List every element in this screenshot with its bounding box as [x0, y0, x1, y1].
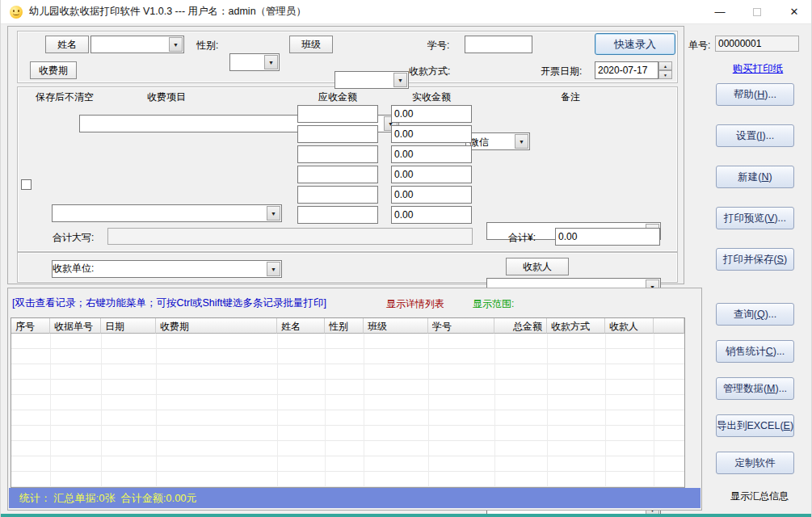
pay-method-combobox-value: 微信	[469, 136, 513, 149]
unit-label: 收款单位:	[53, 262, 94, 275]
student-no-label: 学号:	[427, 39, 449, 53]
name-button[interactable]: 姓名	[45, 36, 89, 53]
show-summary-label: 显示汇总信息	[730, 490, 789, 503]
received-amount-input[interactable]	[391, 166, 472, 183]
print-save-button[interactable]: 打印并保存(S)	[716, 248, 794, 271]
chevron-down-icon[interactable]: ▼	[393, 73, 407, 87]
class-combobox[interactable]: ▼	[334, 71, 409, 89]
receipt-no-label: 单号:	[688, 39, 710, 53]
col-name[interactable]: 姓名	[277, 318, 325, 334]
gender-combobox[interactable]: ▼	[229, 53, 280, 71]
due-amount-input[interactable]	[297, 166, 378, 183]
minimize-button[interactable]: —	[701, 0, 738, 24]
pay-method-label: 收款方式:	[409, 65, 450, 78]
records-hint: [双击查看记录；右键功能菜单；可按Ctrl或Shift键选多条记录批量打印]	[12, 296, 326, 310]
total-input[interactable]	[555, 228, 660, 246]
chevron-down-icon[interactable]: ▼	[267, 206, 280, 221]
due-amount-input[interactable]	[297, 125, 378, 143]
chevron-down-icon[interactable]: ▼	[515, 134, 528, 149]
help-button[interactable]: 帮助(H)...	[716, 83, 794, 106]
col-total[interactable]: 总金额	[494, 318, 547, 334]
records-table-header: 序号 收据单号 日期 收费期 姓名 性别 班级 学号 总金额 收款方式 收款人	[11, 318, 684, 334]
buy-paper-link[interactable]: 购买打印纸	[716, 62, 800, 76]
keep-after-save-label: 保存后不清空	[36, 90, 94, 104]
new-button[interactable]: 新建(N)	[716, 166, 794, 188]
custom-software-button[interactable]: 定制软件	[716, 452, 794, 474]
title-bar: 幼儿园收款收据打印软件 V1.0.3 --- 用户名：admin（管理员） — …	[1, 0, 812, 24]
col-payee[interactable]: 收款人	[605, 318, 654, 334]
received-amount-input[interactable]	[391, 105, 472, 123]
export-excel-button[interactable]: 导出到EXCEL(E)	[716, 414, 794, 437]
invoice-date-input[interactable]	[595, 61, 658, 79]
col-seq[interactable]: 序号	[11, 318, 50, 334]
payee-button[interactable]: 收款人	[506, 258, 569, 275]
gender-label: 性别:	[196, 39, 218, 53]
col-receipt-no[interactable]: 收据单号	[50, 318, 101, 334]
col-fee-period[interactable]: 收费期	[156, 318, 277, 334]
received-amount-input[interactable]	[391, 206, 472, 224]
chevron-down-icon[interactable]: ▼	[267, 262, 280, 276]
print-preview-button[interactable]: 打印预览(V)...	[716, 207, 794, 229]
show-detail-label: 显示详情列表	[386, 297, 444, 311]
col-date[interactable]: 日期	[101, 318, 156, 334]
window-bottom-border	[1, 514, 812, 517]
total-label: 合计¥:	[508, 231, 536, 245]
chevron-down-icon[interactable]: ▼	[169, 37, 183, 52]
close-button[interactable]: ✕	[776, 0, 812, 24]
received-amount-input[interactable]	[391, 125, 472, 143]
column-due-label: 应收金额	[297, 90, 378, 104]
received-amount-input[interactable]	[391, 145, 472, 163]
fee-period-button[interactable]: 收费期	[30, 61, 77, 79]
receipt-no-field	[715, 36, 799, 52]
column-item-label: 收费项目	[126, 90, 207, 104]
pay-method-combobox[interactable]: 微信 ▼	[465, 132, 530, 150]
due-amount-input[interactable]	[297, 105, 378, 123]
query-button[interactable]: 查询(Q)...	[716, 303, 794, 326]
column-note-label: 备注	[530, 90, 611, 104]
maximize-icon	[753, 8, 761, 16]
keep-after-save-checkbox[interactable]	[21, 179, 32, 190]
col-student-no[interactable]: 学号	[428, 318, 494, 334]
due-amount-input[interactable]	[297, 145, 378, 163]
total-caps-label: 合计大写:	[53, 231, 94, 245]
total-caps-field	[107, 228, 473, 245]
received-amount-input[interactable]	[391, 186, 472, 204]
item-combobox[interactable]: ▼	[52, 204, 282, 222]
app-smiley-icon	[10, 6, 23, 19]
window-title: 幼儿园收款收据打印软件 V1.0.3 --- 用户名：admin（管理员）	[29, 5, 306, 19]
records-table: 序号 收据单号 日期 收费期 姓名 性别 班级 学号 总金额 收款方式 收款人	[11, 317, 685, 488]
col-pay-method[interactable]: 收款方式	[547, 318, 605, 334]
name-combobox[interactable]: ▼	[90, 36, 184, 53]
due-amount-input[interactable]	[297, 206, 378, 224]
records-table-body[interactable]	[11, 334, 684, 487]
scope-label: 显示范围:	[473, 297, 514, 311]
quick-entry-button[interactable]: 快速录入	[595, 33, 675, 55]
settings-button[interactable]: 设置(I)...	[716, 124, 794, 147]
due-amount-input[interactable]	[297, 186, 378, 204]
col-gender[interactable]: 性别	[325, 318, 364, 334]
status-bar: 统计： 汇总单据:0张 合计金额:0.00元	[9, 488, 701, 508]
column-received-label: 实收金额	[391, 90, 472, 104]
class-button[interactable]: 班级	[289, 36, 333, 53]
col-filler	[654, 318, 684, 334]
spinner-up-icon[interactable]: ▲	[658, 61, 672, 70]
spinner-down-icon[interactable]: ▼	[658, 70, 672, 79]
invoice-date-label: 开票日期:	[541, 65, 582, 78]
manage-data-button[interactable]: 管理数据(M)...	[716, 377, 794, 400]
sales-stats-button[interactable]: 销售统计C)...	[716, 340, 794, 363]
maximize-button[interactable]	[738, 0, 776, 24]
chevron-down-icon[interactable]: ▼	[264, 55, 278, 69]
col-class[interactable]: 班级	[364, 318, 428, 334]
date-spinner[interactable]: ▲ ▼	[658, 61, 672, 79]
student-no-input[interactable]	[465, 36, 532, 53]
